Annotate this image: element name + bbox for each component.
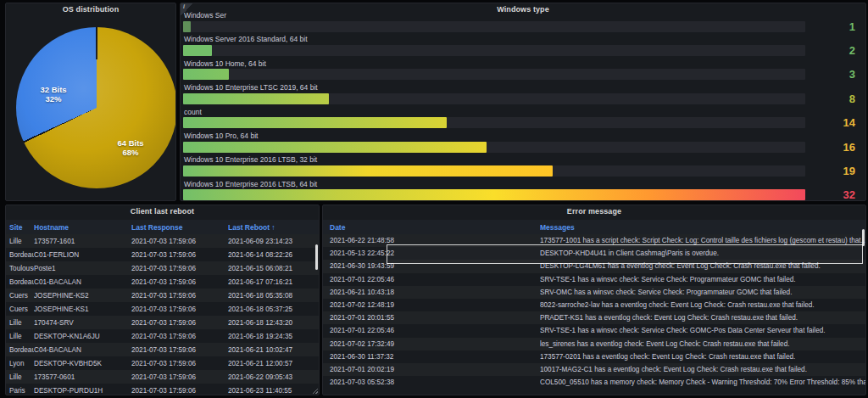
bar-value: 19 (804, 165, 855, 177)
table-cell: 2021-06-21 10:43:18 (323, 289, 540, 296)
table-cell: 2021-07-01 20:01:55 (323, 314, 540, 322)
bar-gauge-fill (183, 142, 487, 153)
table-cell: 173577-1001 has a script check: Script C… (540, 237, 865, 244)
table-cell: 2021-06-21 12:00:57 (228, 360, 319, 367)
table-cell: 2021-06-23 11:40:55 (228, 387, 319, 395)
table-cell: 173577-1601 (34, 238, 131, 245)
table-row: CuersJOSEPHINE-KS22021-07-03 17:59:06202… (6, 289, 319, 302)
table-cell: C04-BACALAN (34, 346, 131, 354)
table-cell: Lille (6, 319, 34, 327)
pie-slice-label-64bits: 64 Bits 68% (95, 138, 166, 157)
table-cell: 2021-06-22 09:05:43 (228, 373, 319, 381)
bar-row: Windows 10 Enterprise 2016 LTSB, 32 bit1… (181, 155, 865, 179)
panel-title[interactable]: Client last reboot (6, 207, 319, 216)
bar-gauge-track (183, 189, 805, 200)
scrollbar-thumb[interactable] (315, 244, 318, 270)
column-header-messages[interactable]: Messages (540, 223, 865, 232)
bar-gauge-track (183, 21, 805, 32)
table-cell: Bordeaux (6, 278, 34, 286)
table-row: 2021-07-01 20:02:1910017-MAG2-C1 has a e… (323, 363, 865, 376)
column-header-date[interactable]: Date (323, 223, 540, 232)
table-cell: 8022-sarroche2-lav has a eventlog check:… (540, 301, 865, 309)
table-row: 2021-07-02 12:48:198022-sarroche2-lav ha… (323, 299, 865, 311)
bar-gauge-track (183, 45, 805, 56)
table-cell: Poste1 (34, 265, 131, 272)
table-row: LilleDESKTOP-KN1A6JU2021-07-03 17:59:062… (6, 329, 319, 343)
bar-row: count14 (181, 108, 865, 132)
bar-gauge-track (183, 165, 805, 177)
bar-gauge-track (183, 142, 805, 153)
table-cell: 173577-0201 has a eventlog check: Event … (540, 353, 865, 361)
table-cell: 2021-06-09 23:14:23 (228, 238, 319, 245)
panel-title[interactable]: OS distribution (6, 5, 175, 14)
bar-value: 8 (804, 93, 855, 104)
bar-gauge-track (183, 69, 805, 80)
bar-value: 1 (804, 21, 855, 32)
bar-row: Windows Server 2016 Standard, 64 bit2 (181, 35, 865, 59)
table-cell: Toulouse (6, 265, 34, 272)
table-cell: 2021-06-30 11:37:32 (323, 353, 540, 361)
table-row: 2021-07-01 22:05:46SRV-TSE-1 has a winsv… (323, 273, 865, 286)
table-cell: 2021-07-02 12:48:19 (323, 301, 540, 309)
table-cell: DESKTOP-KN1A6JU (34, 333, 131, 340)
table-cell: Lille (6, 373, 34, 381)
table-row: BordeauxC01-FERLION2021-07-03 17:59:0620… (6, 248, 319, 261)
panel-title[interactable]: Windows type (181, 5, 865, 14)
table-row: 2021-07-02 17:32:49les_sirenes has a eve… (323, 338, 865, 350)
os-pie-chart (16, 27, 176, 188)
table-cell: SRV-OMC has a winsvc check: Service Chec… (540, 289, 865, 296)
bar-gauge-fill (183, 69, 229, 80)
scrollbar-thumb[interactable] (862, 229, 865, 246)
table-cell: PRADET-KS1 has a eventlog check: Event L… (540, 314, 865, 322)
table-row: LyonDESKTOP-KVBHD5K2021-07-03 17:59:0620… (6, 356, 319, 370)
table-cell: 2021-07-03 17:59:06 (131, 373, 228, 381)
bar-row: Windows Ser1 (181, 11, 865, 35)
table-cell: Lille (6, 333, 34, 340)
bar-row: Windows 10 Home, 64 bit3 (181, 59, 865, 83)
bar-gauge-track (183, 117, 805, 128)
table-cell: 2021-07-03 17:59:06 (131, 333, 228, 340)
table-cell: 2021-06-18 05:35:08 (228, 292, 319, 300)
bar-gauge-fill (183, 117, 447, 128)
table-cell: Cuers (6, 292, 34, 300)
table-cell: 2021-07-01 22:05:46 (323, 276, 540, 283)
table-cell: 10017-MAG2-C1 has a eventlog check: Even… (540, 366, 865, 373)
panel-resize-handle[interactable] (312, 388, 318, 394)
panel-title[interactable]: Error message (323, 207, 865, 216)
table-cell: Lille (6, 238, 34, 245)
panel-info-icon[interactable]: i (181, 3, 193, 16)
slice-percent: 68% (95, 148, 166, 157)
table-row: CuersJOSEPHINE-KS12021-07-03 17:59:06202… (6, 302, 319, 316)
table-header: DateMessages (323, 220, 865, 234)
table-cell: DESKTOP-KVBHD5K (34, 360, 131, 367)
bar-value: 2 (804, 45, 855, 56)
column-header-hostname[interactable]: Hostname (34, 223, 131, 232)
table-cell: JOSEPHINE-KS1 (34, 306, 131, 313)
bar-gauge-fill (183, 93, 329, 104)
sort-ascending-icon: ↑ (271, 223, 275, 232)
column-header-site[interactable]: Site (6, 223, 34, 232)
table-row: 2021-07-01 22:05:46SRV-TSE-1 has a winsv… (323, 324, 865, 337)
table-row: 2021-07-01 20:01:55PRADET-KS1 has a even… (323, 311, 865, 324)
bar-gauge-track (183, 93, 805, 104)
bar-value: 32 (804, 189, 855, 200)
table-cell: 173577-0601 (34, 373, 131, 381)
table-cell: Bordeaux (6, 346, 34, 354)
pie-shading (16, 27, 176, 188)
table-cell: Paris (6, 387, 34, 395)
table-cell: 2021-07-01 22:05:46 (323, 327, 540, 334)
table-cell: C01-FERLION (34, 251, 131, 259)
table-row: 2021-06-30 11:37:32173577-0201 has a eve… (323, 350, 865, 363)
grafana-dashboard: { "os_distribution": { "title": "OS dist… (0, 0, 868, 398)
column-header-last-reboot[interactable]: Last Reboot↑ (228, 223, 319, 232)
table-cell: 2021-07-02 17:32:49 (323, 340, 540, 348)
column-header-last-response[interactable]: Last Response (131, 223, 228, 232)
table-cell: 2021-06-18 12:43:20 (228, 319, 319, 327)
table-cell: 2021-06-17 07:16:21 (228, 278, 319, 286)
table-cell: 2021-07-03 17:59:06 (131, 387, 228, 395)
table-cell: 2021-06-14 08:22:26 (228, 251, 319, 259)
slice-name: 32 Bits (18, 85, 89, 94)
bar-gauge-fill (183, 189, 805, 200)
table-row: ToulousePoste12021-07-03 17:59:062021-06… (6, 261, 319, 275)
bar-label: Windows 10 Home, 64 bit (184, 59, 266, 68)
